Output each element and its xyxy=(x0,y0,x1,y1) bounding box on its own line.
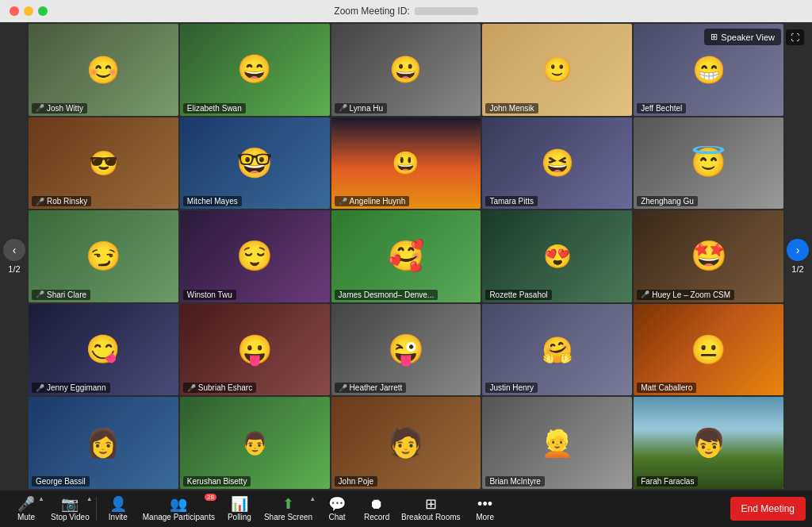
manage-participants-label: Manage Participants xyxy=(143,513,215,521)
divider-1 xyxy=(96,497,97,521)
participant-cell[interactable]: 😆Tamara Pitts xyxy=(482,117,632,210)
participant-cell[interactable]: 😀🎤Lynna Hu xyxy=(331,24,481,116)
right-arrow-button[interactable]: › xyxy=(787,239,809,261)
speaker-view-label: Speaker View xyxy=(721,33,775,42)
nav-arrow-right[interactable]: › 1/2 xyxy=(787,239,809,274)
speaker-view-icon: ⊞ xyxy=(710,32,718,42)
participant-name: 🎤Jenny Eggimann xyxy=(32,383,110,393)
participant-cell[interactable]: 🙂John Mensik xyxy=(482,24,632,116)
title-bar-text: Zoom Meeting ID: xyxy=(334,6,477,17)
participant-name: 🎤Heather Jarrett xyxy=(335,383,407,393)
minimize-button[interactable] xyxy=(24,6,33,16)
participant-name: 🎤Huey Le – Zoom CSM xyxy=(637,290,734,300)
share-screen-button[interactable]: ▲ ⬆ Share Screen xyxy=(259,494,317,525)
breakout-icon: ⊞ xyxy=(425,497,437,511)
record-button[interactable]: ⏺ Record xyxy=(357,494,396,525)
participant-name: James Desmond– Denve... xyxy=(335,290,439,300)
invite-label: Invite xyxy=(109,513,128,521)
polling-label: Polling xyxy=(228,513,251,521)
participant-name: 🎤Subriah Esharc xyxy=(183,383,256,393)
participant-cell[interactable]: 🤩🎤Huey Le – Zoom CSM xyxy=(634,210,783,302)
manage-participants-button[interactable]: 28 👥 Manage Participants xyxy=(138,494,220,525)
participant-cell[interactable]: 🧑John Poje xyxy=(331,397,481,489)
video-area: ⊞ Speaker View ⛶ ‹ 1/2 › 1/2 😊🎤Josh Witt… xyxy=(0,22,812,490)
participant-name: Winston Twu xyxy=(183,290,236,300)
invite-button[interactable]: 👤 Invite xyxy=(98,494,138,525)
more-button[interactable]: ••• More xyxy=(465,494,505,525)
nav-arrow-left[interactable]: ‹ 1/2 xyxy=(3,239,25,274)
participant-name: Tamara Pitts xyxy=(485,196,538,206)
participant-name: Justin Henry xyxy=(485,383,538,393)
fullscreen-button[interactable]: ⛶ xyxy=(786,29,804,45)
video-icon: 📷 xyxy=(61,497,79,511)
participant-name: Elizabeth Swan xyxy=(183,103,246,113)
participant-cell[interactable]: 🤗Justin Henry xyxy=(482,304,632,396)
speaker-view-button[interactable]: ⊞ Speaker View xyxy=(704,29,781,45)
participant-name: John Mensik xyxy=(485,103,538,113)
participant-cell[interactable]: 😌Winston Twu xyxy=(180,210,330,302)
chat-icon: 💬 xyxy=(328,497,346,511)
end-meeting-button[interactable]: End Meeting xyxy=(730,497,806,521)
polling-icon: 📊 xyxy=(231,497,248,511)
record-label: Record xyxy=(364,513,389,521)
participant-cell[interactable]: 😄Elizabeth Swan xyxy=(180,24,330,116)
participant-cell[interactable]: 😛🎤Subriah Esharc xyxy=(180,304,330,396)
participants-badge: 28 xyxy=(205,494,216,501)
participant-name: 🎤Rob Rinsky xyxy=(32,196,91,206)
close-button[interactable] xyxy=(10,6,19,16)
share-screen-icon: ⬆ xyxy=(282,497,294,511)
title-bar: Zoom Meeting ID: xyxy=(0,0,812,22)
participant-name: John Poje xyxy=(335,476,377,487)
share-chevron: ▲ xyxy=(309,495,316,502)
window-controls[interactable] xyxy=(10,6,48,16)
toolbar: ▲ 🎤 Mute ▲ 📷 Stop Video 👤 Invite 28 👥 Ma… xyxy=(0,490,812,527)
stop-video-button[interactable]: ▲ 📷 Stop Video xyxy=(46,494,94,525)
chat-button[interactable]: 💬 Chat xyxy=(317,494,357,525)
participant-name: Zhenghang Gu xyxy=(637,196,698,206)
participant-cell[interactable]: 😃🎤Angeline Huynh xyxy=(331,117,481,210)
chat-label: Chat xyxy=(329,513,346,521)
participant-cell[interactable]: 😎🎤Rob Rinsky xyxy=(29,117,178,210)
meeting-title: Zoom Meeting ID: xyxy=(334,6,409,17)
meeting-id-bar xyxy=(415,7,478,15)
participant-cell[interactable]: 👨Kerushan Bisetty xyxy=(180,397,330,489)
maximize-button[interactable] xyxy=(38,6,48,16)
mute-chevron: ▲ xyxy=(38,495,44,502)
participant-cell[interactable]: 😊🎤Josh Witty xyxy=(29,24,178,116)
participant-name: 🎤Angeline Huynh xyxy=(335,196,410,206)
more-label: More xyxy=(476,513,494,521)
participant-name: Farah Faraclas xyxy=(637,476,698,487)
top-controls: ⊞ Speaker View ⛶ xyxy=(704,29,804,45)
participant-cell[interactable]: 🥰James Desmond– Denve... xyxy=(331,210,481,302)
participant-cell[interactable]: 😜🎤Heather Jarrett xyxy=(331,304,481,396)
participant-name: 🎤Lynna Hu xyxy=(335,103,387,113)
nav-right-label: 1/2 xyxy=(791,264,803,274)
participant-cell[interactable]: 😇Zhenghang Gu xyxy=(634,117,783,210)
breakout-label: Breakout Rooms xyxy=(401,513,460,521)
participant-cell[interactable]: 👱Brian McIntyre xyxy=(482,397,632,489)
polling-button[interactable]: 📊 Polling xyxy=(220,494,259,525)
more-icon: ••• xyxy=(477,497,492,511)
video-chevron: ▲ xyxy=(86,495,93,502)
participant-name: Kerushan Bisetty xyxy=(183,476,251,487)
participant-cell[interactable]: 👦Farah Faraclas xyxy=(634,397,783,489)
participant-name: Rozette Pasahol xyxy=(485,290,551,300)
mute-button[interactable]: ▲ 🎤 Mute xyxy=(6,494,46,525)
mute-label: Mute xyxy=(17,513,35,521)
mute-icon: 🎤 xyxy=(17,497,35,511)
participant-cell[interactable]: 😋🎤Jenny Eggimann xyxy=(29,304,178,396)
stop-video-label: Stop Video xyxy=(51,513,90,521)
participant-cell[interactable]: 🤓Mitchel Mayes xyxy=(180,117,330,210)
participant-cell[interactable]: 😍Rozette Pasahol xyxy=(482,210,632,302)
invite-icon: 👤 xyxy=(109,497,127,511)
participant-name: Matt Caballero xyxy=(637,383,696,393)
share-screen-label: Share Screen xyxy=(264,513,312,521)
video-grid: 😊🎤Josh Witty😄Elizabeth Swan😀🎤Lynna Hu🙂Jo… xyxy=(0,22,812,490)
participant-cell[interactable]: 😏🎤Shari Clare xyxy=(29,210,178,302)
participant-cell[interactable]: 😐Matt Caballero xyxy=(634,304,783,396)
breakout-rooms-button[interactable]: ⊞ Breakout Rooms xyxy=(396,494,465,525)
participant-cell[interactable]: 👩George Bassil xyxy=(29,397,178,489)
record-icon: ⏺ xyxy=(370,497,384,511)
left-arrow-button[interactable]: ‹ xyxy=(3,239,25,261)
participant-name: Jeff Bechtel xyxy=(637,103,686,113)
